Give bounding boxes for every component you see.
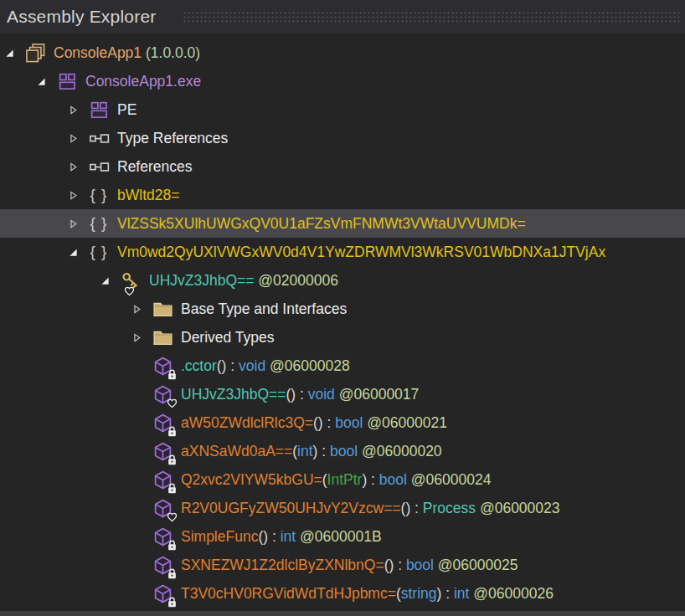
row-label: Q2xvc2VIYW5kbGU=(IntPtr) : bool @0600002… (181, 471, 491, 489)
folder-icon (151, 298, 174, 321)
expander-collapsed-icon[interactable] (69, 104, 87, 116)
expander-collapsed-icon[interactable] (69, 218, 87, 229)
label-segment: @06000023 (476, 500, 560, 516)
label-segment: @06000021 (363, 414, 447, 431)
tree-row[interactable]: UHJvZ3JhbQ==() : void @06000017 (0, 380, 685, 408)
row-label: Type References (117, 130, 228, 147)
tree-row[interactable]: { }bWltd28= (0, 181, 685, 209)
expander-spacer (132, 388, 151, 400)
row-label: PE (117, 101, 136, 119)
label-segment: bool (406, 557, 434, 573)
label-segment: @0600001B (296, 528, 381, 545)
label-segment: Process (423, 500, 476, 516)
row-label: R2V0UGFyZW50UHJvY2Vzcw==() : Process @06… (181, 500, 560, 517)
label-segment: () : (217, 357, 239, 374)
expander-spacer (132, 474, 151, 485)
label-segment: T3V0cHV0RGVidWdTdHJpbmc= (181, 585, 396, 602)
label-segment: PE (117, 101, 136, 118)
expander-expanded-icon[interactable] (37, 75, 55, 87)
row-label: References (117, 158, 193, 176)
tree-row[interactable]: SXNEZWJ1Z2dlclByZXNlbnQ=() : bool @06000… (0, 551, 685, 579)
method-cube-icon (151, 383, 174, 406)
label-segment: () : (313, 414, 335, 431)
expander-expanded-icon[interactable] (69, 246, 87, 258)
method-cube-icon (151, 440, 174, 463)
label-segment: @06000028 (265, 357, 350, 374)
row-label: T3V0cHV0RGVidWdTdHJpbmc=(string) : int @… (181, 585, 554, 603)
tree-row[interactable]: References (0, 152, 685, 181)
label-segment: ) : (313, 443, 330, 459)
row-label: SXNEZWJ1Z2dlclByZXNlbnQ=() : bool @06000… (181, 557, 518, 574)
label-segment: Type References (117, 130, 228, 146)
panel-header: Assembly Explorer (0, 0, 685, 33)
expander-expanded-icon[interactable] (5, 47, 23, 59)
tree-row[interactable]: ConsoleApp1.exe (0, 67, 685, 95)
reference-icon (87, 127, 111, 150)
tree-row[interactable]: ConsoleApp1 (1.0.0.0) (0, 38, 685, 67)
horizontal-scrollbar[interactable] (0, 608, 685, 616)
row-label: SimpleFunc() : int @0600001B (181, 528, 382, 546)
label-segment: ConsoleApp1.exe (85, 73, 201, 90)
label-segment: UHJvZ3JhbQ== (149, 272, 254, 289)
row-label: Vm0wd2QyUXlVWGxWV0d4V1YwZDRWMVl3WkRSV01W… (117, 244, 605, 261)
label-segment: void (308, 386, 335, 403)
lock-badge-icon (167, 568, 178, 579)
label-segment: VlZSSk5XUlhUWGxQV0U1aFZsVmFNMWt3VWtaUVVU… (117, 215, 526, 232)
tree-row[interactable]: T3V0cHV0RGVidWdTdHJpbmc=(string) : int @… (0, 579, 685, 608)
heart-badge-icon (124, 285, 135, 296)
assembly-tree: ConsoleApp1 (1.0.0.0) ConsoleApp1.exe PE… (0, 33, 685, 608)
row-label: ConsoleApp1.exe (85, 73, 201, 90)
row-label: bWltd28= (117, 187, 179, 204)
expander-collapsed-icon[interactable] (132, 331, 151, 343)
grip-dots[interactable] (183, 11, 680, 23)
tree-row[interactable]: SimpleFunc() : int @0600001B (0, 522, 685, 551)
tree-row[interactable]: { }Vm0wd2QyUXlVWGxWV0d4V1YwZDRWMVl3WkRSV… (0, 238, 685, 266)
tree-row[interactable]: R2V0UGFyZW50UHJvY2Vzcw==() : Process @06… (0, 494, 685, 522)
tree-row[interactable]: aXNSaWd0aA==(int) : bool @06000020 (0, 437, 685, 465)
tree-row[interactable]: Type References (0, 124, 685, 152)
tree-row[interactable]: Base Type and Interfaces (0, 295, 685, 323)
label-segment: () : (401, 500, 423, 516)
label-segment: string (401, 585, 437, 602)
tree-row[interactable]: aW50ZWdlclRlc3Q=() : bool @06000021 (0, 408, 685, 437)
module-icon (55, 70, 79, 93)
expander-expanded-icon[interactable] (100, 275, 119, 286)
row-label: aW50ZWdlclRlc3Q=() : bool @06000021 (181, 414, 447, 432)
label-segment: ConsoleApp1 (54, 44, 146, 61)
label-segment: int (454, 585, 469, 602)
expander-collapsed-icon[interactable] (69, 132, 87, 144)
reference-icon (87, 156, 111, 178)
lock-badge-icon (167, 454, 178, 465)
label-segment: bool (379, 471, 407, 488)
expander-collapsed-icon[interactable] (69, 189, 87, 201)
lock-badge-icon (167, 597, 178, 608)
namespace-braces-icon: { } (87, 184, 111, 207)
method-cube-icon (151, 526, 174, 548)
label-segment: @02000006 (254, 272, 338, 289)
tree-row[interactable]: Q2xvc2VIYW5kbGU=(IntPtr) : bool @0600002… (0, 465, 685, 494)
row-label: Derived Types (181, 329, 275, 346)
label-segment: @06000024 (407, 471, 492, 488)
label-segment: ) : (437, 585, 454, 602)
tree-row[interactable]: .cctor() : void @06000028 (0, 352, 685, 380)
method-cube-icon (151, 355, 174, 377)
method-cube-icon (151, 583, 174, 605)
tree-row[interactable]: PE (0, 95, 685, 124)
expander-collapsed-icon[interactable] (69, 161, 87, 172)
label-segment: (1.0.0.0) (146, 44, 200, 61)
expander-collapsed-icon[interactable] (132, 303, 151, 315)
row-label: ConsoleApp1 (1.0.0.0) (54, 44, 200, 62)
label-segment: SXNEZWJ1Z2dlclByZXNlbnQ= (181, 557, 384, 573)
panel-title: Assembly Explorer (7, 7, 156, 27)
label-segment: .cctor (181, 357, 217, 374)
label-segment: void (239, 357, 265, 374)
label-segment: SimpleFunc (181, 528, 258, 545)
horizontal-scrollbar-thumb[interactable] (0, 611, 685, 616)
tree-row[interactable]: Derived Types (0, 323, 685, 352)
assembly-explorer-panel: Assembly Explorer ConsoleApp1 (1.0.0.0) … (0, 0, 685, 616)
row-label: Base Type and Interfaces (181, 300, 347, 318)
tree-row-selected[interactable]: { }VlZSSk5XUlhUWGxQV0U1aFZsVmFNMWt3VWtaU… (0, 209, 685, 238)
row-label: UHJvZ3JhbQ== @02000006 (149, 272, 338, 290)
tree-row[interactable]: UHJvZ3JhbQ== @02000006 (0, 266, 685, 295)
expander-spacer (132, 531, 151, 542)
